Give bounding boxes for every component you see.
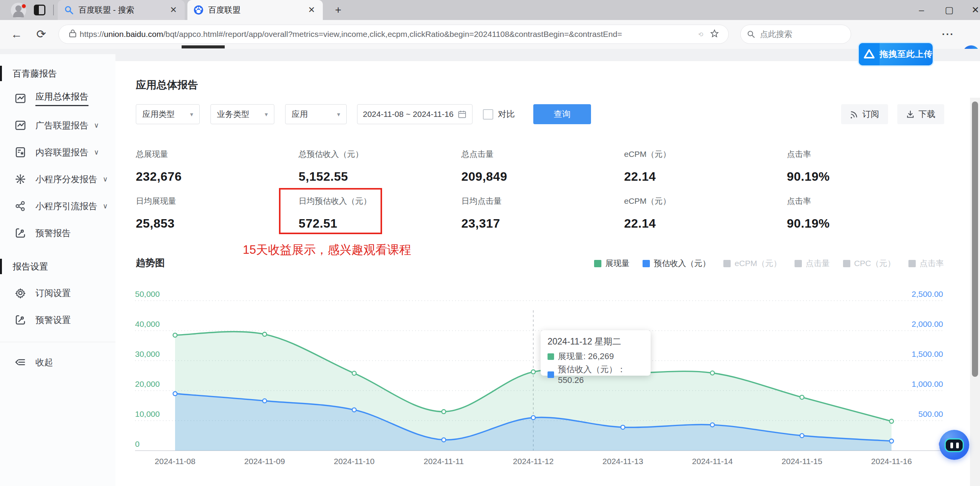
sidebar-item-alert-settings[interactable]: 预警设置 — [0, 311, 115, 329]
legend-item-3[interactable]: 点击量 — [795, 258, 830, 269]
legend-label: eCPM（元） — [735, 258, 781, 269]
download-button[interactable]: 下载 — [897, 104, 944, 124]
date-range-value: 2024-11-08 ~ 2024-11-16 — [363, 110, 454, 119]
sync-icon[interactable]: ⟲ — [694, 31, 708, 38]
total-stat-card-4: 点击率90.19% — [787, 149, 950, 184]
left-axis-tick: 50,000 — [135, 290, 160, 298]
biz-type-select[interactable]: 业务类型▾ — [210, 104, 274, 124]
back-button[interactable]: ← — [8, 25, 25, 43]
sidebar-item-subscribe-settings[interactable]: 订阅设置 — [0, 284, 115, 302]
stat-label: 日均点击量 — [461, 196, 624, 206]
left-axis-tick: 0 — [135, 439, 140, 448]
contrast-checkbox[interactable]: 对比 — [483, 104, 515, 124]
address-bar[interactable]: https://union.baidu.com/bqt/appco.html#/… — [58, 25, 729, 44]
profile-avatar[interactable] — [11, 3, 26, 18]
tab-close-icon[interactable]: ✕ — [307, 5, 317, 15]
right-axis-tick: 1,000.00 — [912, 379, 943, 388]
legend-swatch — [643, 260, 650, 267]
assistant-eye — [950, 443, 953, 448]
stat-label: 总预估收入（元） — [299, 149, 461, 160]
chart-title: 趋势图 — [136, 256, 165, 269]
query-button[interactable]: 查询 — [533, 104, 591, 124]
left-axis-tick: 20,000 — [135, 379, 160, 388]
window-maximize-button[interactable]: ▢ — [936, 0, 963, 20]
tooltip-income-value: 预估收入（元）：550.26 — [558, 364, 644, 385]
assistant-face-icon — [945, 438, 964, 452]
active-tab-indicator — [182, 45, 225, 48]
sidebar-item-2[interactable]: 内容联盟报告∨ — [0, 143, 115, 161]
total-stat-card-3: eCPM（元）22.14 — [624, 149, 787, 184]
search-tab-favicon-icon — [64, 5, 74, 15]
stats-row-total: 总展现量232,676总预估收入（元）5,152.55总点击量209,849eC… — [136, 149, 952, 184]
search-icon — [747, 30, 755, 38]
legend-swatch — [843, 260, 850, 267]
tooltip-row-view: 展现量: 26,269 — [548, 351, 644, 362]
workspaces-icon[interactable] — [34, 5, 45, 15]
sidebar-item-5[interactable]: 预警报告 — [0, 224, 115, 242]
refresh-button[interactable]: ⟳ — [32, 25, 50, 43]
page-scrollbar[interactable] — [970, 98, 980, 486]
ai-assistant-button[interactable] — [939, 430, 969, 460]
legend-item-1[interactable]: 预估收入（元） — [643, 258, 710, 269]
window-minimize-button[interactable]: – — [908, 0, 935, 20]
gear-icon — [15, 287, 26, 299]
legend-label: CPC（元） — [854, 258, 895, 269]
legend-item-0[interactable]: 展现量 — [594, 258, 629, 269]
left-axis-tick: 10,000 — [135, 409, 160, 418]
tab-close-icon[interactable]: ✕ — [169, 5, 179, 15]
sidebar-collapse-button[interactable]: 收起 — [0, 353, 115, 371]
calendar-icon — [457, 110, 467, 119]
download-label: 下载 — [918, 108, 935, 120]
rss-icon — [850, 110, 858, 118]
search-box[interactable]: 点此搜索 — [740, 25, 851, 44]
netdisk-upload-button[interactable]: 拖拽至此上传 — [859, 43, 933, 65]
legend-label: 预估收入（元） — [654, 258, 710, 269]
chevron-down-icon: ▾ — [337, 111, 340, 118]
legend-item-2[interactable]: eCPM（元） — [723, 258, 781, 269]
x-axis-tick: 2024-11-14 — [692, 457, 733, 466]
chevron-down-icon: ∨ — [103, 175, 108, 183]
legend-item-5[interactable]: 点击率 — [908, 258, 944, 269]
url-text: https://union.baidu.com/bqt/appco.html#/… — [80, 30, 694, 39]
avatar-body-shape — [13, 11, 24, 17]
browser-tab-search[interactable]: 百度联盟 - 搜索 ✕ — [58, 0, 185, 20]
x-axis-tick: 2024-11-08 — [155, 457, 195, 466]
window-close-button[interactable]: ✕ — [962, 0, 980, 20]
chart-tooltip: 2024-11-12 星期二 展现量: 26,269 预估收入（元）：550.2… — [541, 330, 651, 376]
date-range-input[interactable]: 2024-11-08 ~ 2024-11-16 — [357, 104, 472, 124]
app-select[interactable]: 应用▾ — [285, 104, 347, 124]
alert-report-icon — [15, 314, 26, 326]
netdisk-icon — [859, 43, 880, 65]
right-axis-tick: 1,500.00 — [912, 350, 943, 358]
legend-item-4[interactable]: CPC（元） — [843, 258, 895, 269]
sidebar-item-0[interactable]: 应用总体报告 — [0, 90, 115, 107]
sidebar-item-3[interactable]: 小程序分发报告∨ — [0, 170, 115, 188]
sidebar-item-1[interactable]: 广告联盟报告∨ — [0, 117, 115, 134]
stat-value: 22.14 — [624, 216, 787, 231]
x-axis-tick: 2024-11-11 — [424, 457, 464, 466]
stat-label: 总展现量 — [136, 149, 299, 160]
biz-type-value: 业务类型 — [217, 109, 249, 120]
chart-legend: 展现量预估收入（元）eCPM（元）点击量CPC（元）点击率 — [594, 258, 944, 269]
chevron-down-icon: ▾ — [190, 111, 193, 118]
browser-tab-union[interactable]: 百度联盟 ✕ — [187, 0, 323, 20]
subscribe-button[interactable]: 订阅 — [841, 104, 888, 124]
legend-swatch — [723, 260, 731, 267]
titlebar-divider — [53, 5, 54, 15]
scrollbar-thumb[interactable] — [972, 102, 978, 377]
distribute-icon — [15, 173, 26, 185]
new-tab-button[interactable]: + — [332, 4, 345, 17]
tooltip-date: 2024-11-12 星期二 — [548, 336, 644, 348]
stat-value: 232,676 — [136, 170, 299, 184]
chevron-down-icon: ∨ — [103, 202, 108, 210]
stat-label: eCPM（元） — [624, 149, 787, 160]
assistant-eye — [956, 443, 959, 448]
favorite-star-icon[interactable] — [708, 29, 721, 40]
stat-value: 22.14 — [624, 170, 787, 184]
subscribe-label: 订阅 — [862, 108, 879, 120]
browser-menu-button[interactable]: ··· — [942, 28, 954, 40]
total-stat-card-1: 总预估收入（元）5,152.55 — [299, 149, 461, 184]
stats-row-daily: 日均展现量25,853日均预估收入（元）572.51日均点击量23,317eCP… — [136, 196, 952, 231]
app-type-select[interactable]: 应用类型▾ — [136, 104, 200, 124]
sidebar-item-4[interactable]: 小程序引流报告∨ — [0, 197, 115, 215]
